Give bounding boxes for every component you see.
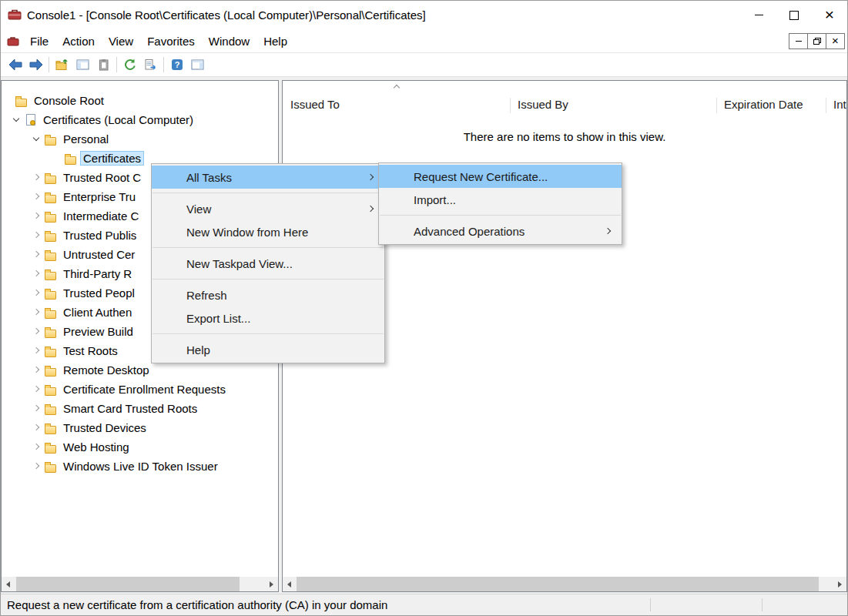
tree-item[interactable]: Smart Card Trusted Roots xyxy=(2,399,278,418)
tree-item-label: Enterprise Tru xyxy=(60,189,139,204)
column-header[interactable]: Inte xyxy=(826,81,847,116)
submenu-item[interactable]: Advanced Operations xyxy=(379,219,622,243)
tree-expander-icon[interactable] xyxy=(31,344,44,357)
mmc-toolbox-icon-svg xyxy=(8,8,22,20)
mmc-toolbox-icon xyxy=(8,8,22,22)
back-arrow-icon xyxy=(8,59,22,71)
tree-item-icon xyxy=(44,325,59,338)
scroll-left-arrow[interactable] xyxy=(283,577,296,591)
tree-expander-icon[interactable] xyxy=(31,171,44,184)
tree-expander-icon[interactable] xyxy=(31,286,44,300)
tree-item-icon xyxy=(44,209,59,223)
scroll-right-arrow[interactable] xyxy=(265,577,278,591)
tree-expander-icon[interactable] xyxy=(31,229,44,242)
menu-item-label: View xyxy=(186,203,211,216)
menu-bar-item[interactable]: Window xyxy=(202,31,256,52)
status-bar: Request a new certificate from a certifi… xyxy=(1,594,847,615)
tree-expander-icon[interactable] xyxy=(31,383,44,396)
tree-item-label: Client Authen xyxy=(60,305,135,320)
scrollbar-thumb[interactable] xyxy=(297,577,819,591)
scroll-right-arrow[interactable] xyxy=(833,577,846,591)
refresh-button[interactable] xyxy=(119,55,140,75)
scroll-left-arrow[interactable] xyxy=(2,577,15,591)
refresh-icon xyxy=(123,59,136,71)
menu-item-label: All Tasks xyxy=(186,171,232,184)
tree-item-label: Untrusted Cer xyxy=(60,247,138,262)
show-console-tree-button[interactable] xyxy=(72,55,93,75)
minimize-button[interactable] xyxy=(741,1,776,29)
tree-expander-icon[interactable] xyxy=(2,94,15,107)
child-restore-button[interactable] xyxy=(807,33,826,49)
tree-item-icon xyxy=(44,190,59,203)
help-button[interactable]: ? xyxy=(166,55,187,75)
mmc-window: Console1 - [Console Root\Certificates (L… xyxy=(0,0,848,616)
tree-item[interactable]: Certificates (Local Computer) xyxy=(2,110,278,129)
tree-expander-icon[interactable] xyxy=(31,402,44,415)
tree-expander-icon[interactable] xyxy=(31,248,44,261)
back-button[interactable] xyxy=(5,55,25,75)
menu-bar-item[interactable]: Favorites xyxy=(140,31,202,52)
tree-item[interactable]: Windows Live ID Token Issuer xyxy=(2,457,278,476)
tree-expander-icon[interactable] xyxy=(31,440,44,454)
tree-expander-icon[interactable] xyxy=(51,152,64,165)
tree-item-label: Certificates (Local Computer) xyxy=(40,112,196,127)
status-text: Request a new certificate from a certifi… xyxy=(7,598,387,611)
column-header[interactable]: Issued By xyxy=(510,81,716,116)
tree-item-icon xyxy=(44,171,59,184)
list-horizontal-scrollbar[interactable] xyxy=(283,577,846,591)
maximize-button[interactable] xyxy=(776,1,812,29)
submenu-item[interactable]: Request New Certificate... xyxy=(379,165,622,188)
tree-expander-icon[interactable] xyxy=(31,460,44,473)
child-close-button[interactable]: × xyxy=(826,33,845,49)
column-header-label: Issued To xyxy=(290,98,340,111)
context-menu-item[interactable]: Export List... xyxy=(152,306,384,330)
tree-item-icon xyxy=(44,421,59,434)
tree-expander-icon[interactable] xyxy=(31,363,44,377)
paste-button[interactable] xyxy=(93,55,114,75)
menu-item-label: Help xyxy=(186,343,210,357)
tree-item[interactable]: Personal xyxy=(2,129,278,149)
show-action-pane-button[interactable] xyxy=(187,55,208,75)
tree-item[interactable]: Trusted Devices xyxy=(2,418,278,437)
scrollbar-thumb[interactable] xyxy=(16,577,240,591)
context-menu-item[interactable]: New Window from Here xyxy=(152,220,384,243)
tree-expander-icon[interactable] xyxy=(11,113,24,126)
menu-item-label: Advanced Operations xyxy=(414,225,525,238)
tree-item[interactable]: Certificate Enrollment Requests xyxy=(2,380,278,399)
menu-bar-item[interactable]: File xyxy=(23,31,55,52)
tree-item-icon xyxy=(44,132,59,146)
column-header[interactable]: Expiration Date xyxy=(716,81,826,116)
toolbar-separator xyxy=(49,57,49,72)
close-button[interactable]: × xyxy=(812,1,847,29)
tree-item[interactable]: Console Root xyxy=(2,91,278,110)
submenu-item[interactable]: Import... xyxy=(379,188,622,211)
tree-expander-icon[interactable] xyxy=(31,209,44,223)
console-window-icon-svg xyxy=(7,35,19,46)
tree-expander-icon[interactable] xyxy=(31,306,44,319)
action-pane-icon xyxy=(191,59,204,71)
context-menu-item[interactable]: Refresh xyxy=(152,283,384,306)
tree-horizontal-scrollbar[interactable] xyxy=(2,577,278,591)
tree-item[interactable]: Web Hosting xyxy=(2,437,278,457)
main-area: Console Root Certificates (Local Compute… xyxy=(1,77,847,595)
tree-expander-icon[interactable] xyxy=(31,190,44,203)
child-minimize-button[interactable] xyxy=(789,33,808,49)
window-title: Console1 - [Console Root\Certificates (L… xyxy=(27,8,426,22)
tree-expander-icon[interactable] xyxy=(31,325,44,338)
forward-button[interactable] xyxy=(25,55,46,75)
context-menu-item[interactable]: Help xyxy=(152,338,384,361)
menu-bar-item[interactable]: Help xyxy=(256,31,294,52)
tree-expander-icon[interactable] xyxy=(31,132,44,146)
context-menu-item[interactable]: View xyxy=(152,197,384,220)
context-menu-item[interactable]: All Tasks xyxy=(152,166,384,189)
menu-bar-item[interactable]: Action xyxy=(55,31,102,52)
up-level-button[interactable] xyxy=(52,55,72,75)
tree-expander-icon[interactable] xyxy=(31,267,44,280)
export-list-button[interactable] xyxy=(140,55,161,75)
console-window-icon xyxy=(7,35,19,46)
menu-bar-item[interactable]: View xyxy=(102,31,140,52)
context-menu-item[interactable]: New Taskpad View... xyxy=(152,252,384,275)
close-icon: × xyxy=(825,6,834,22)
column-header[interactable]: Issued To xyxy=(283,81,510,116)
tree-expander-icon[interactable] xyxy=(31,421,44,434)
